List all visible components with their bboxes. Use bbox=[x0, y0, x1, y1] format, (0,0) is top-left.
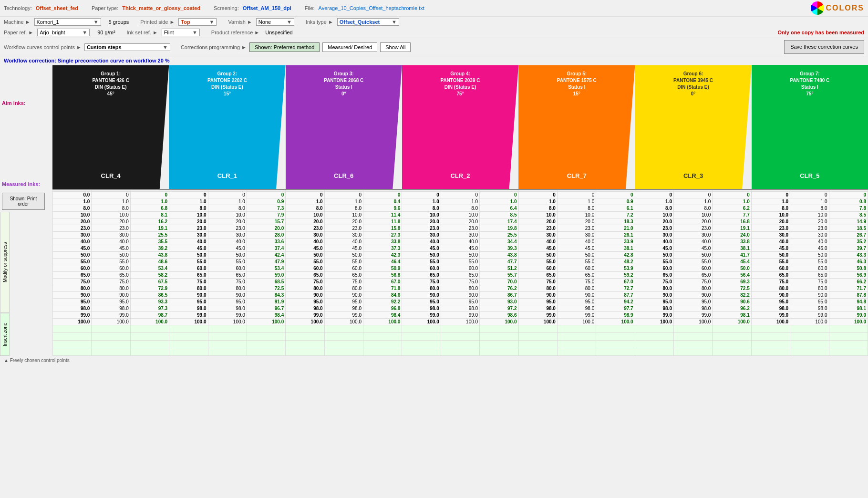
color-band-group-7: Group 7:PANTONE 7480 CStatus I75°CLR_5 bbox=[752, 65, 868, 189]
print-order-button[interactable]: Shown: Print order bbox=[2, 193, 45, 210]
workflow-label: Workflow curves control points ► bbox=[4, 44, 82, 50]
insert-zone-label: Insert zone bbox=[0, 313, 10, 356]
file-label: File: bbox=[305, 5, 315, 11]
table-row[interactable]: 65.065.058.265.065.059.065.065.056.865.0… bbox=[53, 272, 868, 279]
varnish-label: Varnish ► bbox=[228, 19, 252, 25]
table-row[interactable]: 0.000000000000000000000 bbox=[53, 192, 868, 198]
table-row[interactable]: 8.08.06.88.08.07.38.08.09.68.08.06.48.08… bbox=[53, 205, 868, 212]
paper-type-label: Paper type: bbox=[92, 5, 118, 11]
table-row[interactable]: 100.0100.0100.0100.0100.0100.0100.0100.0… bbox=[53, 319, 868, 325]
groups-value: 5 groups bbox=[109, 19, 129, 25]
colors-logo: COLORS bbox=[811, 1, 864, 15]
error-message: Only one copy has been measured bbox=[777, 30, 864, 35]
table-row[interactable]: 98.098.097.398.098.096.798.098.096.898.0… bbox=[53, 305, 868, 312]
table-row-empty bbox=[53, 325, 868, 333]
color-band-group-5: Group 5:PANTONE 1575 CStatus I15°CLR_7 bbox=[518, 65, 635, 189]
table-row[interactable]: 90.090.086.590.090.084.390.090.084.690.0… bbox=[53, 292, 868, 299]
table-row[interactable]: 20.020.016.220.020.015.720.020.011.820.0… bbox=[53, 218, 868, 225]
color-band-group-4: Group 4:PANTONE 2039 CDIN (Status E)75°C… bbox=[402, 65, 518, 189]
technology-value: Offset_sheet_fed bbox=[36, 5, 78, 11]
file-value: Average_10_Copies_Offset_heptachromie.tx… bbox=[319, 5, 424, 11]
table-row[interactable]: 80.080.072.980.080.072.580.080.071.880.0… bbox=[53, 285, 868, 292]
ink-set-label: Ink set ref. ► bbox=[127, 30, 158, 35]
table-row-empty bbox=[53, 333, 868, 341]
aim-inks-label: Aim inks: bbox=[2, 67, 26, 106]
inks-type-label: Inks type ► bbox=[306, 19, 333, 25]
table-row[interactable]: 75.075.067.575.075.068.575.075.067.075.0… bbox=[53, 279, 868, 285]
paper-type-value: Thick_matte_or_glossy_coated bbox=[122, 5, 200, 11]
table-row-empty bbox=[53, 341, 868, 348]
table-row[interactable]: 30.030.025.530.030.028.030.030.027.330.0… bbox=[53, 232, 868, 239]
machine-label: Machine ► bbox=[4, 19, 31, 25]
color-band-group-1: Group 1:PANTONE 426 CDIN (Status E)45°CL… bbox=[52, 65, 169, 189]
paper-ref-label: Paper ref. ► bbox=[4, 30, 33, 35]
product-ref-label: Product reference ► bbox=[211, 30, 259, 35]
table-row[interactable]: 45.045.039.245.045.037.445.045.037.345.0… bbox=[53, 245, 868, 252]
machine-dropdown[interactable]: Komori_1 ▼ bbox=[34, 18, 101, 26]
technology-label: Technology: bbox=[4, 5, 32, 11]
table-row[interactable]: 23.023.019.123.023.020.023.023.015.823.0… bbox=[53, 225, 868, 232]
corrections-label: Corrections programming ► bbox=[181, 44, 247, 50]
screening-value: Offset_AM_150_dpi bbox=[243, 5, 291, 11]
workflow-info: Workflow correction: Single precorrectio… bbox=[0, 56, 868, 65]
product-ref-value: Unspecified bbox=[265, 30, 292, 35]
save-button[interactable]: Save these correction curves bbox=[784, 40, 864, 54]
table-row[interactable]: 60.060.053.460.060.053.460.060.050.960.0… bbox=[53, 265, 868, 272]
table-row[interactable]: 50.050.043.850.050.042.450.050.042.350.0… bbox=[53, 252, 868, 259]
show-all-button[interactable]: Show All bbox=[380, 42, 411, 52]
table-row[interactable]: 99.099.098.799.099.098.499.099.098.499.0… bbox=[53, 312, 868, 319]
footer-note: ▲ Freely chosen control points bbox=[0, 356, 868, 365]
printed-side-label: Printed side ► bbox=[140, 19, 175, 25]
table-row-empty bbox=[53, 348, 868, 356]
paper-ref-dropdown[interactable]: Arjo_bright ▼ bbox=[37, 29, 90, 36]
table-row[interactable]: 55.055.048.655.055.047.955.055.046.455.0… bbox=[53, 259, 868, 265]
table-row[interactable]: 40.040.035.540.040.033.640.040.033.840.0… bbox=[53, 239, 868, 245]
shown-preferred-button[interactable]: Shown: Preferred method bbox=[249, 42, 320, 52]
printed-side-dropdown[interactable]: Top ▼ bbox=[178, 18, 217, 26]
color-band-group-6: Group 6:PANTONE 3945 CDIN (Status E)0°CL… bbox=[635, 65, 751, 189]
table-row[interactable]: 1.01.01.01.01.00.91.01.00.41.01.01.01.01… bbox=[53, 198, 868, 205]
table-row[interactable]: 10.010.08.110.010.07.910.010.011.410.010… bbox=[53, 212, 868, 218]
measured-desired-button[interactable]: Measured/ Desired bbox=[322, 42, 377, 52]
color-band-group-2: Group 2:PANTONE 2202 CDIN (Status E)15°C… bbox=[169, 65, 285, 189]
workflow-dropdown[interactable]: Custom steps ▼ bbox=[84, 43, 170, 51]
inks-type-dropdown[interactable]: Offset_Quickset ▼ bbox=[337, 18, 399, 26]
ink-set-dropdown[interactable]: Flint ▼ bbox=[162, 29, 200, 36]
modify-suppress-label: Modify or suppress bbox=[0, 212, 10, 313]
screening-label: Screening: bbox=[214, 5, 239, 11]
color-band-group-3: Group 3:PANTONE 2068 CStatus I0°CLR_6 bbox=[286, 65, 402, 189]
table-row[interactable]: 95.095.093.395.095.091.995.095.092.295.0… bbox=[53, 299, 868, 305]
varnish-dropdown[interactable]: None ▼ bbox=[256, 18, 294, 26]
measured-inks-label: Measured inks: bbox=[2, 181, 40, 187]
gsm-value: 90 g/m² bbox=[97, 30, 115, 35]
